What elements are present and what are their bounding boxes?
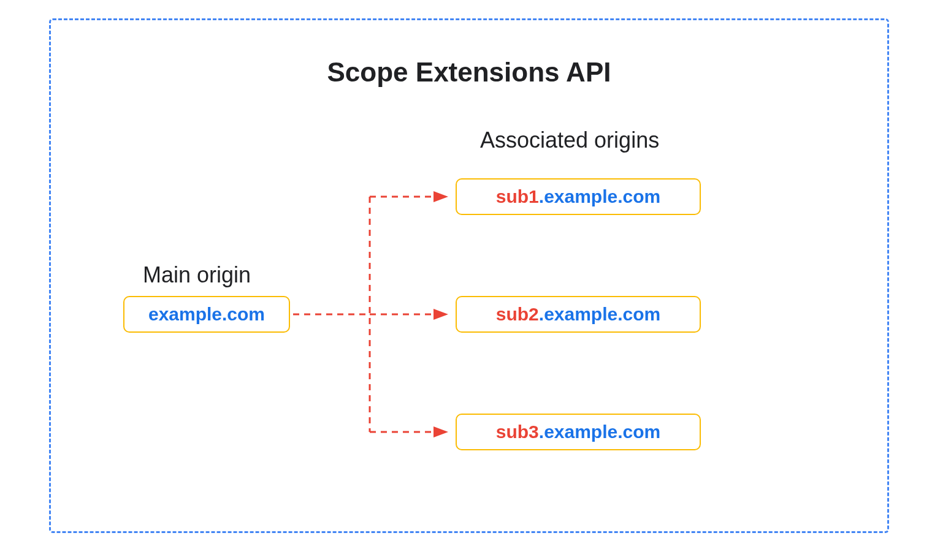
main-origin-text: example.com [148,304,265,325]
associated-origin-box-3: sub3.example.com [456,414,701,450]
associated-origin-sub: sub1 [496,186,539,207]
main-origin-label: Main origin [143,262,251,288]
diagram-title: Scope Extensions API [327,57,611,88]
associated-origins-label: Associated origins [480,127,659,153]
associated-origin-rest: .example.com [539,304,660,325]
associated-origin-sub: sub2 [496,304,539,325]
associated-origin-rest: .example.com [539,422,660,442]
diagram-container: Scope Extensions API Main origin example… [49,18,889,533]
associated-origin-rest: .example.com [539,186,660,207]
associated-origin-box-1: sub1.example.com [456,178,701,215]
associated-origin-box-2: sub2.example.com [456,296,701,333]
main-origin-box: example.com [123,296,290,333]
associated-origin-sub: sub3 [496,422,539,442]
